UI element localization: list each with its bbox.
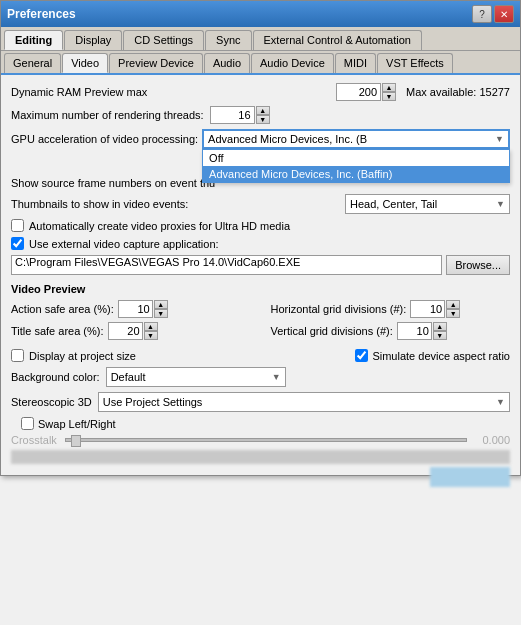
v-grid-up[interactable]: ▲ — [433, 322, 447, 331]
title-safe-input[interactable]: 20 ▲ ▼ — [108, 322, 158, 340]
h-grid-down[interactable]: ▼ — [446, 309, 460, 318]
use-external-label: Use external video capture application: — [29, 238, 219, 250]
right-grid-col: Horizontal grid divisions (#): 10 ▲ ▼ Ve… — [271, 300, 511, 344]
swap-label: Swap Left/Right — [38, 418, 116, 430]
max-threads-down[interactable]: ▼ — [256, 115, 270, 124]
h-grid-spinners: ▲ ▼ — [446, 300, 460, 318]
blurred-row-1 — [11, 450, 510, 464]
preferences-window: Preferences ? ✕ Editing Display CD Setti… — [0, 0, 521, 476]
auto-proxies-row: Automatically create video proxies for U… — [11, 219, 510, 232]
simulate-label: Simulate device aspect ratio — [372, 350, 510, 362]
tab-display[interactable]: Display — [64, 30, 122, 50]
auto-proxies-checkbox[interactable] — [11, 219, 24, 232]
swap-row: Swap Left/Right — [11, 417, 510, 430]
thumbnails-row: Thumbnails to show in video events: Head… — [11, 194, 510, 214]
max-threads-up[interactable]: ▲ — [256, 106, 270, 115]
tab-preview-device[interactable]: Preview Device — [109, 53, 203, 73]
gpu-option-baffin[interactable]: Advanced Micro Devices, Inc. (Baffin) — [203, 166, 509, 182]
display-project-label: Display at project size — [29, 350, 136, 362]
tab-editing[interactable]: Editing — [4, 30, 63, 50]
tab-external-control[interactable]: External Control & Automation — [253, 30, 422, 50]
stereo-row: Stereoscopic 3D Use Project Settings ▼ — [11, 392, 510, 412]
tab-audio-device[interactable]: Audio Device — [251, 53, 334, 73]
crosstalk-slider[interactable] — [65, 438, 467, 442]
gpu-label: GPU acceleration of video processing: — [11, 133, 198, 145]
bg-color-row: Background color: Default ▼ — [11, 367, 510, 387]
display-project-row: Display at project size — [11, 349, 136, 362]
title-safe-row: Title safe area (%): 20 ▲ ▼ — [11, 322, 251, 340]
file-path-display: C:\Program Files\VEGAS\VEGAS Pro 14.0\Vi… — [11, 255, 442, 275]
title-safe-spinners: ▲ ▼ — [144, 322, 158, 340]
bg-color-dropdown[interactable]: Default ▼ — [106, 367, 286, 387]
gpu-dropdown[interactable]: Advanced Micro Devices, Inc. (B ▼ — [202, 129, 510, 149]
gpu-dropdown-arrow: ▼ — [495, 134, 504, 144]
action-safe-label: Action safe area (%): — [11, 303, 114, 315]
bg-color-value: Default — [111, 371, 146, 383]
tab-video[interactable]: Video — [62, 53, 108, 73]
dynamic-ram-label: Dynamic RAM Preview max — [11, 86, 147, 98]
title-bar-buttons: ? ✕ — [472, 5, 514, 23]
use-external-row: Use external video capture application: — [11, 237, 510, 250]
h-grid-up[interactable]: ▲ — [446, 300, 460, 309]
show-source-label: Show source frame numbers on event thu — [11, 177, 215, 189]
title-safe-down[interactable]: ▼ — [144, 331, 158, 340]
simulate-row: Simulate device aspect ratio — [355, 349, 510, 362]
simulate-checkbox[interactable] — [355, 349, 368, 362]
close-button[interactable]: ✕ — [494, 5, 514, 23]
help-button[interactable]: ? — [472, 5, 492, 23]
tab-midi[interactable]: MIDI — [335, 53, 376, 73]
grid-section: Action safe area (%): 10 ▲ ▼ Title safe … — [11, 300, 510, 344]
max-threads-row: Maximum number of rendering threads: 16 … — [11, 106, 510, 124]
h-grid-label: Horizontal grid divisions (#): — [271, 303, 407, 315]
auto-proxies-label: Automatically create video proxies for U… — [29, 220, 290, 232]
blurred-row-2 — [430, 467, 510, 487]
tab-sync[interactable]: Sync — [205, 30, 251, 50]
thumbnails-value: Head, Center, Tail — [350, 198, 437, 210]
dynamic-ram-input[interactable]: 200 ▲ ▼ — [336, 83, 396, 101]
crosstalk-slider-thumb — [71, 435, 81, 447]
v-grid-row: Vertical grid divisions (#): 10 ▲ ▼ — [271, 322, 511, 340]
gpu-row: GPU acceleration of video processing: Ad… — [11, 129, 510, 149]
max-threads-input[interactable]: 16 ▲ ▼ — [210, 106, 270, 124]
tab-row-2: General Video Preview Device Audio Audio… — [1, 51, 520, 75]
h-grid-input[interactable]: 10 ▲ ▼ — [410, 300, 460, 318]
max-threads-label: Maximum number of rendering threads: — [11, 109, 204, 121]
display-project-checkbox[interactable] — [11, 349, 24, 362]
action-safe-value[interactable]: 10 — [118, 300, 153, 318]
action-safe-down[interactable]: ▼ — [154, 309, 168, 318]
stereo-dropdown[interactable]: Use Project Settings ▼ — [98, 392, 510, 412]
v-grid-spinners: ▲ ▼ — [433, 322, 447, 340]
title-safe-up[interactable]: ▲ — [144, 322, 158, 331]
tab-vst-effects[interactable]: VST Effects — [377, 53, 453, 73]
action-safe-input[interactable]: 10 ▲ ▼ — [118, 300, 168, 318]
stereo-label: Stereoscopic 3D — [11, 396, 92, 408]
title-bar: Preferences ? ✕ — [1, 1, 520, 27]
title-safe-value[interactable]: 20 — [108, 322, 143, 340]
dynamic-ram-down[interactable]: ▼ — [382, 92, 396, 101]
h-grid-value[interactable]: 10 — [410, 300, 445, 318]
crosstalk-slider-container — [65, 438, 467, 442]
tab-general[interactable]: General — [4, 53, 61, 73]
action-safe-up[interactable]: ▲ — [154, 300, 168, 309]
max-threads-spinners: ▲ ▼ — [256, 106, 270, 124]
tab-audio[interactable]: Audio — [204, 53, 250, 73]
bg-color-arrow: ▼ — [272, 372, 281, 382]
action-safe-row: Action safe area (%): 10 ▲ ▼ — [11, 300, 251, 318]
use-external-checkbox[interactable] — [11, 237, 24, 250]
thumbnails-dropdown[interactable]: Head, Center, Tail ▼ — [345, 194, 510, 214]
window-title: Preferences — [7, 7, 76, 21]
v-grid-down[interactable]: ▼ — [433, 331, 447, 340]
dynamic-ram-up[interactable]: ▲ — [382, 83, 396, 92]
dynamic-ram-value[interactable]: 200 — [336, 83, 381, 101]
dynamic-ram-row: Dynamic RAM Preview max 200 ▲ ▼ Max avai… — [11, 83, 510, 101]
browse-button[interactable]: Browse... — [446, 255, 510, 275]
tab-cd-settings[interactable]: CD Settings — [123, 30, 204, 50]
max-threads-value[interactable]: 16 — [210, 106, 255, 124]
stereo-value: Use Project Settings — [103, 396, 203, 408]
v-grid-value[interactable]: 10 — [397, 322, 432, 340]
dynamic-ram-spinners: ▲ ▼ — [382, 83, 396, 101]
video-preview-title: Video Preview — [11, 283, 510, 295]
swap-checkbox[interactable] — [21, 417, 34, 430]
v-grid-input[interactable]: 10 ▲ ▼ — [397, 322, 447, 340]
gpu-option-off[interactable]: Off — [203, 150, 509, 166]
